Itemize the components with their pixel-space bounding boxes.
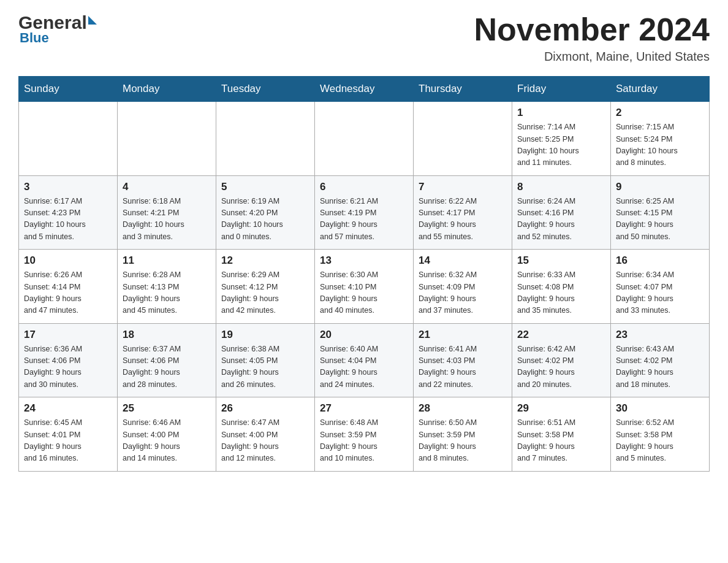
calendar-day-cell: 13Sunrise: 6:30 AM Sunset: 4:10 PM Dayli…: [315, 250, 414, 324]
day-number: 13: [320, 255, 408, 267]
day-info: Sunrise: 6:19 AM Sunset: 4:20 PM Dayligh…: [221, 196, 309, 243]
day-info: Sunrise: 6:34 AM Sunset: 4:07 PM Dayligh…: [616, 269, 704, 317]
day-info: Sunrise: 6:50 AM Sunset: 3:59 PM Dayligh…: [419, 417, 507, 465]
day-number: 7: [419, 181, 507, 193]
weekday-header-saturday: Saturday: [611, 77, 710, 102]
day-info: Sunrise: 6:26 AM Sunset: 4:14 PM Dayligh…: [24, 269, 112, 317]
day-info: Sunrise: 6:40 AM Sunset: 4:04 PM Dayligh…: [320, 343, 408, 391]
day-number: 5: [221, 181, 309, 193]
calendar-day-cell: 23Sunrise: 6:43 AM Sunset: 4:02 PM Dayli…: [611, 323, 710, 397]
calendar-day-cell: 5Sunrise: 6:19 AM Sunset: 4:20 PM Daylig…: [216, 175, 315, 250]
day-number: 1: [517, 107, 605, 119]
calendar-day-cell: 1Sunrise: 7:14 AM Sunset: 5:25 PM Daylig…: [512, 102, 611, 176]
calendar-week-row: 3Sunrise: 6:17 AM Sunset: 4:23 PM Daylig…: [19, 175, 710, 250]
logo-blue-text: Blue: [20, 30, 49, 46]
day-number: 9: [616, 181, 704, 193]
day-info: Sunrise: 6:30 AM Sunset: 4:10 PM Dayligh…: [320, 269, 408, 317]
day-number: 16: [616, 255, 704, 267]
day-number: 3: [24, 181, 112, 193]
day-info: Sunrise: 6:29 AM Sunset: 4:12 PM Dayligh…: [221, 269, 309, 317]
calendar-day-cell: 10Sunrise: 6:26 AM Sunset: 4:14 PM Dayli…: [19, 250, 118, 324]
day-number: 26: [221, 402, 309, 415]
calendar-day-cell: 7Sunrise: 6:22 AM Sunset: 4:17 PM Daylig…: [414, 175, 512, 250]
calendar-day-cell: [118, 102, 216, 176]
day-number: 14: [419, 255, 507, 267]
day-number: 6: [320, 181, 408, 193]
day-number: 4: [123, 181, 211, 193]
day-number: 18: [123, 329, 211, 341]
calendar-header-row: SundayMondayTuesdayWednesdayThursdayFrid…: [19, 77, 710, 102]
month-title: November 2024: [474, 12, 710, 47]
calendar-day-cell: [414, 102, 512, 176]
calendar-day-cell: 17Sunrise: 6:36 AM Sunset: 4:06 PM Dayli…: [19, 323, 118, 397]
day-number: 15: [517, 255, 605, 267]
day-number: 24: [24, 402, 112, 415]
calendar-day-cell: 8Sunrise: 6:24 AM Sunset: 4:16 PM Daylig…: [512, 175, 611, 250]
weekday-header-tuesday: Tuesday: [216, 77, 315, 102]
calendar-week-row: 10Sunrise: 6:26 AM Sunset: 4:14 PM Dayli…: [19, 250, 710, 324]
day-info: Sunrise: 6:48 AM Sunset: 3:59 PM Dayligh…: [320, 417, 408, 465]
calendar-day-cell: 6Sunrise: 6:21 AM Sunset: 4:19 PM Daylig…: [315, 175, 414, 250]
day-info: Sunrise: 6:22 AM Sunset: 4:17 PM Dayligh…: [419, 196, 507, 243]
day-info: Sunrise: 6:41 AM Sunset: 4:03 PM Dayligh…: [419, 343, 507, 391]
day-info: Sunrise: 6:51 AM Sunset: 3:58 PM Dayligh…: [517, 417, 605, 465]
calendar-day-cell: [216, 102, 315, 176]
calendar-day-cell: 12Sunrise: 6:29 AM Sunset: 4:12 PM Dayli…: [216, 250, 315, 324]
calendar-day-cell: 22Sunrise: 6:42 AM Sunset: 4:02 PM Dayli…: [512, 323, 611, 397]
calendar-day-cell: 25Sunrise: 6:46 AM Sunset: 4:00 PM Dayli…: [118, 397, 216, 472]
page-header: General Blue November 2024 Dixmont, Main…: [18, 12, 710, 64]
day-number: 21: [419, 329, 507, 341]
day-number: 29: [517, 402, 605, 415]
calendar-day-cell: 19Sunrise: 6:38 AM Sunset: 4:05 PM Dayli…: [216, 323, 315, 397]
day-number: 19: [221, 329, 309, 341]
calendar-day-cell: 11Sunrise: 6:28 AM Sunset: 4:13 PM Dayli…: [118, 250, 216, 324]
calendar-day-cell: 4Sunrise: 6:18 AM Sunset: 4:21 PM Daylig…: [118, 175, 216, 250]
weekday-header-sunday: Sunday: [19, 77, 118, 102]
title-area: November 2024 Dixmont, Maine, United Sta…: [474, 12, 710, 64]
day-info: Sunrise: 6:45 AM Sunset: 4:01 PM Dayligh…: [24, 417, 112, 465]
calendar-week-row: 17Sunrise: 6:36 AM Sunset: 4:06 PM Dayli…: [19, 323, 710, 397]
calendar-day-cell: 15Sunrise: 6:33 AM Sunset: 4:08 PM Dayli…: [512, 250, 611, 324]
logo-triangle-icon: [88, 16, 97, 25]
day-info: Sunrise: 7:15 AM Sunset: 5:24 PM Dayligh…: [616, 121, 704, 169]
day-info: Sunrise: 6:47 AM Sunset: 4:00 PM Dayligh…: [221, 417, 309, 465]
calendar-day-cell: 14Sunrise: 6:32 AM Sunset: 4:09 PM Dayli…: [414, 250, 512, 324]
day-number: 23: [616, 329, 704, 341]
calendar-week-row: 1Sunrise: 7:14 AM Sunset: 5:25 PM Daylig…: [19, 102, 710, 176]
day-info: Sunrise: 6:17 AM Sunset: 4:23 PM Dayligh…: [24, 196, 112, 243]
day-info: Sunrise: 6:24 AM Sunset: 4:16 PM Dayligh…: [517, 196, 605, 243]
calendar-day-cell: 20Sunrise: 6:40 AM Sunset: 4:04 PM Dayli…: [315, 323, 414, 397]
calendar-table: SundayMondayTuesdayWednesdayThursdayFrid…: [18, 76, 710, 472]
day-number: 17: [24, 329, 112, 341]
day-number: 8: [517, 181, 605, 193]
calendar-day-cell: [19, 102, 118, 176]
weekday-header-monday: Monday: [118, 77, 216, 102]
calendar-day-cell: 24Sunrise: 6:45 AM Sunset: 4:01 PM Dayli…: [19, 397, 118, 472]
day-number: 20: [320, 329, 408, 341]
day-number: 22: [517, 329, 605, 341]
day-info: Sunrise: 6:42 AM Sunset: 4:02 PM Dayligh…: [517, 343, 605, 391]
day-info: Sunrise: 6:33 AM Sunset: 4:08 PM Dayligh…: [517, 269, 605, 317]
day-info: Sunrise: 6:36 AM Sunset: 4:06 PM Dayligh…: [24, 343, 112, 391]
day-number: 12: [221, 255, 309, 267]
calendar-day-cell: 2Sunrise: 7:15 AM Sunset: 5:24 PM Daylig…: [611, 102, 710, 176]
day-info: Sunrise: 6:52 AM Sunset: 3:58 PM Dayligh…: [616, 417, 704, 465]
day-info: Sunrise: 6:43 AM Sunset: 4:02 PM Dayligh…: [616, 343, 704, 391]
day-number: 10: [24, 255, 112, 267]
calendar-day-cell: 21Sunrise: 6:41 AM Sunset: 4:03 PM Dayli…: [414, 323, 512, 397]
calendar-day-cell: 26Sunrise: 6:47 AM Sunset: 4:00 PM Dayli…: [216, 397, 315, 472]
day-info: Sunrise: 6:46 AM Sunset: 4:00 PM Dayligh…: [123, 417, 211, 465]
day-info: Sunrise: 6:25 AM Sunset: 4:15 PM Dayligh…: [616, 196, 704, 243]
weekday-header-thursday: Thursday: [414, 77, 512, 102]
day-number: 27: [320, 402, 408, 415]
calendar-day-cell: 18Sunrise: 6:37 AM Sunset: 4:06 PM Dayli…: [118, 323, 216, 397]
location-text: Dixmont, Maine, United States: [474, 50, 710, 64]
day-info: Sunrise: 6:18 AM Sunset: 4:21 PM Dayligh…: [123, 196, 211, 243]
calendar-day-cell: 9Sunrise: 6:25 AM Sunset: 4:15 PM Daylig…: [611, 175, 710, 250]
calendar-day-cell: 30Sunrise: 6:52 AM Sunset: 3:58 PM Dayli…: [611, 397, 710, 472]
day-info: Sunrise: 6:38 AM Sunset: 4:05 PM Dayligh…: [221, 343, 309, 391]
day-number: 11: [123, 255, 211, 267]
weekday-header-friday: Friday: [512, 77, 611, 102]
logo-area: General Blue: [18, 12, 98, 46]
calendar-week-row: 24Sunrise: 6:45 AM Sunset: 4:01 PM Dayli…: [19, 397, 710, 472]
